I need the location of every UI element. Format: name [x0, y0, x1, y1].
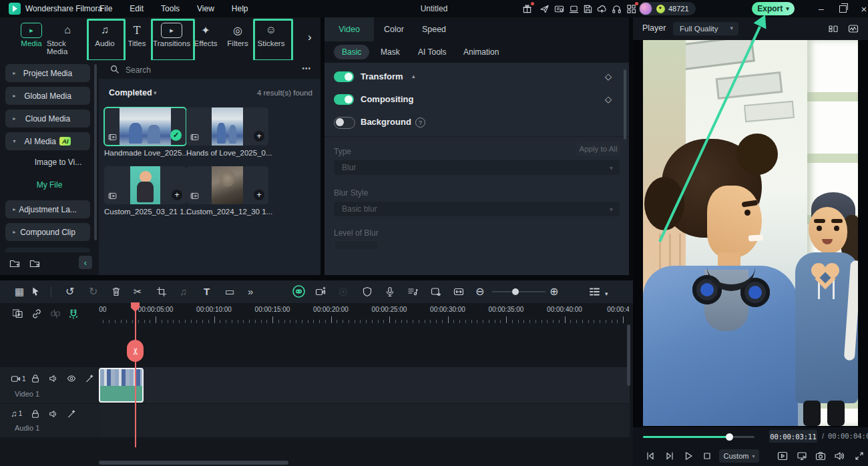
tab-titles[interactable]: T Titles: [123, 21, 151, 57]
ai-copilot-icon[interactable]: [292, 285, 305, 300]
sidebar-item-global-media[interactable]: ►Global Media: [5, 87, 90, 105]
compositing-keyframe-icon[interactable]: ◇: [605, 94, 612, 104]
restore-button[interactable]: [833, 0, 852, 17]
split-view-icon[interactable]: [828, 23, 839, 34]
timeline-vertical-scrollbar[interactable]: [627, 324, 630, 386]
transform-keyframe-icon[interactable]: ◇: [605, 71, 612, 81]
split-scissors-icon[interactable]: ✂: [134, 286, 142, 297]
crop-icon[interactable]: [156, 286, 167, 297]
tab-transitions[interactable]: ▸ Transitions: [152, 21, 192, 57]
media-item-thumbnail[interactable]: +: [186, 166, 268, 204]
close-button[interactable]: ×: [855, 0, 868, 17]
blur-style-dropdown[interactable]: Basic blur▾: [334, 202, 620, 216]
tab-filters[interactable]: ◎ Filters: [223, 21, 252, 57]
video-track[interactable]: 1 Video 1: [0, 367, 633, 403]
subtab-animation[interactable]: Animation: [455, 45, 507, 59]
subtab-mask[interactable]: Mask: [373, 45, 408, 59]
menu-view[interactable]: View: [188, 4, 223, 13]
transform-collapse-icon[interactable]: ▴: [412, 73, 415, 79]
lock-track-icon[interactable]: [31, 374, 40, 383]
subtab-basic[interactable]: Basic: [334, 45, 369, 59]
shape-tool-icon[interactable]: ▭: [225, 286, 234, 297]
collapse-sidebar-button[interactable]: ‹: [79, 256, 92, 269]
next-frame-button[interactable]: [664, 451, 675, 461]
save-icon[interactable]: [583, 4, 593, 14]
apply-to-all-button[interactable]: Apply to All: [576, 142, 620, 156]
seek-bar[interactable]: [643, 436, 754, 438]
previous-frame-button[interactable]: [645, 451, 656, 461]
project-history-icon[interactable]: [554, 4, 564, 14]
track-manager-chevron-icon[interactable]: ▾: [605, 288, 608, 300]
snap-magnet-icon[interactable]: [68, 308, 79, 319]
type-dropdown[interactable]: Blur▾: [334, 160, 620, 175]
mute-track-icon[interactable]: [49, 374, 58, 383]
screen-record-icon[interactable]: [431, 286, 441, 297]
menu-edit[interactable]: Edit: [121, 4, 152, 13]
media-item-thumbnail[interactable]: ✓: [104, 107, 186, 146]
timeline-clip[interactable]: [99, 368, 144, 403]
sidebar-item-adjustment-layer[interactable]: ►Adjustment La...: [5, 200, 90, 218]
properties-scrollbar[interactable]: [624, 69, 626, 140]
unlink-clips-icon[interactable]: [50, 308, 61, 319]
device-icon[interactable]: [569, 4, 579, 14]
ruler-scroll[interactable]: :00:0000:00:05:0000:00:10:0000:00:15:000…: [99, 303, 629, 324]
minimize-button[interactable]: –: [812, 0, 831, 17]
preview-viewport[interactable]: [633, 40, 868, 427]
menu-help[interactable]: Help: [223, 4, 257, 13]
cloud-upload-icon[interactable]: [597, 4, 607, 14]
track-wand-icon[interactable]: [85, 374, 94, 383]
seek-handle[interactable]: [726, 433, 733, 441]
preview-window-button[interactable]: [777, 451, 788, 461]
delete-folder-icon[interactable]: [29, 258, 40, 268]
track-wand-icon[interactable]: [67, 409, 76, 419]
stop-button[interactable]: [702, 451, 712, 461]
background-help-icon[interactable]: ?: [415, 118, 425, 128]
speed-ramp-icon[interactable]: [315, 286, 326, 297]
hide-track-icon[interactable]: [67, 374, 76, 383]
add-to-timeline-button[interactable]: +: [254, 131, 264, 142]
undo-icon[interactable]: ↺: [65, 286, 74, 297]
timeline-zoom-slider[interactable]: [492, 291, 546, 292]
voiceover-mic-icon[interactable]: [385, 286, 395, 297]
playhead-split-button[interactable]: ✂: [127, 340, 144, 362]
sidebar-item-cloud-media[interactable]: ►Cloud Media: [5, 109, 90, 128]
select-tool-icon[interactable]: [31, 286, 41, 299]
tab-stickers[interactable]: ☺ Stickers: [255, 21, 287, 57]
menu-file[interactable]: File: [91, 4, 121, 13]
playhead-line[interactable]: [135, 303, 136, 447]
tab-audio[interactable]: ♫ Audio: [90, 21, 120, 57]
link-clips-icon[interactable]: [31, 308, 42, 319]
level-of-blur-spinner[interactable]: [334, 240, 379, 249]
more-options-icon[interactable]: •••: [302, 65, 311, 72]
menu-tools[interactable]: Tools: [152, 4, 188, 13]
new-folder-icon[interactable]: [9, 258, 20, 268]
sidebar-scrollbar[interactable]: [94, 64, 97, 240]
account-badge[interactable]: 48721: [639, 2, 696, 15]
media-item-thumbnail[interactable]: +: [104, 166, 186, 204]
lock-track-icon[interactable]: [31, 409, 40, 419]
apps-grid-icon[interactable]: [626, 4, 636, 14]
sidebar-item-image-to-video[interactable]: Image to Vi...: [0, 158, 99, 167]
tabs-overflow-chevron[interactable]: ›: [308, 31, 312, 44]
search-input[interactable]: [124, 63, 280, 77]
tab-video[interactable]: Video: [324, 17, 374, 41]
play-button[interactable]: [683, 451, 694, 461]
fullscreen-button[interactable]: [854, 451, 865, 461]
timeline-ruler[interactable]: :00:0000:00:05:0000:00:10:0000:00:15:000…: [0, 303, 633, 324]
delete-icon[interactable]: [111, 286, 122, 297]
audio-mixer-icon[interactable]: [407, 286, 419, 297]
tab-media[interactable]: ▸ Media: [16, 21, 47, 57]
compositing-toggle[interactable]: [334, 94, 354, 105]
gift-icon[interactable]: [522, 4, 532, 14]
filter-dropdown[interactable]: Completed: [109, 88, 152, 97]
zoom-in-icon[interactable]: ⊕: [550, 286, 558, 297]
timeline-zoom-handle[interactable]: [512, 288, 519, 295]
add-marker-icon[interactable]: [13, 308, 23, 319]
sidebar-item-ai-media[interactable]: ▼AI MediaAI: [5, 132, 90, 150]
transform-toggle[interactable]: [334, 71, 354, 82]
user-avatar[interactable]: [639, 2, 652, 15]
tab-color[interactable]: Color: [374, 17, 414, 41]
tab-effects[interactable]: ✦ Effects: [191, 21, 220, 57]
share-icon[interactable]: [539, 4, 550, 14]
snapshot-button[interactable]: [815, 451, 826, 461]
